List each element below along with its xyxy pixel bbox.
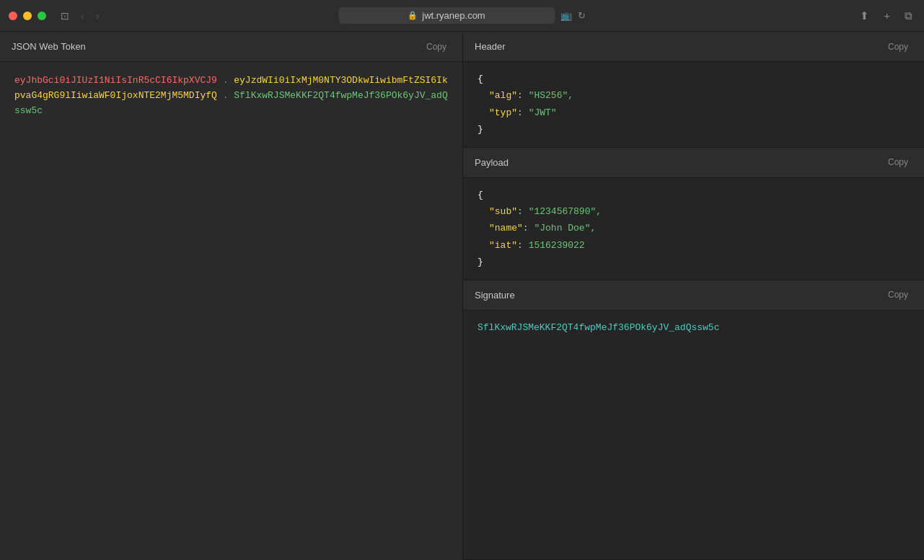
url-display: jwt.ryanep.com <box>422 10 485 21</box>
jwt-panel-title: JSON Web Token <box>12 41 86 52</box>
payload-sub-row: "sub": "1234567890", <box>478 203 910 220</box>
header-section-content: { "alg": "HS256", "typ": "JWT" } <box>463 62 924 147</box>
titlebar: ⊡ ‹ › 🔒 jwt.ryanep.com 📺 ↻ ⬆ + ⧉ <box>0 0 924 32</box>
header-copy-button[interactable]: Copy <box>884 40 912 53</box>
windows-icon[interactable]: ⧉ <box>905 9 912 22</box>
header-alg-key: "alg" <box>489 90 517 101</box>
payload-brace-close: } <box>478 254 910 270</box>
payload-name-key: "name" <box>489 223 523 234</box>
payload-section-title: Payload <box>475 157 509 168</box>
decoded-panel: Header Copy { "alg": "HS256", "typ": "JW… <box>463 32 924 560</box>
jwt-copy-button[interactable]: Copy <box>422 40 451 53</box>
payload-brace-open: { <box>478 187 910 203</box>
sidebar-toggle-icon[interactable]: ⊡ <box>61 10 69 22</box>
close-button[interactable] <box>9 12 17 20</box>
titlebar-right-buttons: ⬆ + ⧉ <box>860 9 912 22</box>
signature-section-header: Signature Copy <box>463 280 924 311</box>
traffic-lights <box>9 12 46 20</box>
jwt-dot-2: . <box>217 90 234 101</box>
payload-section-header: Payload Copy <box>463 148 924 178</box>
header-typ-key: "typ" <box>489 107 517 118</box>
signature-copy-button[interactable]: Copy <box>884 288 912 301</box>
header-typ-value: "JWT" <box>529 107 557 118</box>
jwt-panel: JSON Web Token Copy eyJhbGci0iJIUzI1NiIs… <box>0 32 463 560</box>
airplay-icon[interactable]: 📺 <box>560 10 572 21</box>
signature-section: Signature Copy SflKxwRJSMeKKF2QT4fwpMeJf… <box>463 280 924 560</box>
jwt-token-display: eyJhbGci0iJIUzI1NiIsInR5cCI6IkpXVCJ9 . e… <box>0 62 462 560</box>
signature-value: SflKxwRJSMeKKF2QT4fwpMeJf36POk6yJV_adQss… <box>463 311 924 559</box>
payload-sub-key: "sub" <box>489 206 517 217</box>
jwt-panel-header: JSON Web Token Copy <box>0 32 462 62</box>
payload-section: Payload Copy { "sub": "1234567890", "nam… <box>463 148 924 280</box>
payload-section-content: { "sub": "1234567890", "name": "John Doe… <box>463 178 924 280</box>
header-section: Header Copy { "alg": "HS256", "typ": "JW… <box>463 32 924 148</box>
signature-section-title: Signature <box>475 290 515 301</box>
share-icon[interactable]: ⬆ <box>860 9 869 22</box>
jwt-dot-1: . <box>217 75 234 86</box>
header-brace-open: { <box>478 71 910 87</box>
header-typ-row: "typ": "JWT" <box>478 105 910 121</box>
payload-iat-row: "iat": 1516239022 <box>478 237 910 254</box>
payload-sub-value: "1234567890", <box>529 206 602 217</box>
lock-icon: 🔒 <box>408 11 418 20</box>
address-bar[interactable]: 🔒 jwt.ryanep.com <box>338 7 555 24</box>
header-alg-value: "HS256", <box>529 90 573 101</box>
payload-name-row: "name": "John Doe", <box>478 220 910 236</box>
header-brace-close: } <box>478 121 910 138</box>
jwt-header-part: eyJhbGci0iJIUzI1NiIsInR5cCI6IkpXVCJ9 <box>14 75 217 86</box>
maximize-button[interactable] <box>38 12 46 20</box>
payload-iat-value: 1516239022 <box>529 240 585 251</box>
new-tab-icon[interactable]: + <box>884 9 890 22</box>
nav-buttons: ⊡ ‹ › <box>61 10 99 22</box>
minimize-button[interactable] <box>23 12 32 20</box>
forward-button[interactable]: › <box>96 10 100 22</box>
back-button[interactable]: ‹ <box>81 10 84 22</box>
header-section-title: Header <box>475 41 506 52</box>
payload-name-value: "John Doe", <box>534 223 596 234</box>
payload-copy-button[interactable]: Copy <box>884 156 912 169</box>
reload-icon[interactable]: ↻ <box>578 10 586 21</box>
main-content: JSON Web Token Copy eyJhbGci0iJIUzI1NiIs… <box>0 32 924 560</box>
address-bar-container: 🔒 jwt.ryanep.com 📺 ↻ <box>338 7 586 24</box>
header-alg-row: "alg": "HS256", <box>478 87 910 104</box>
header-section-header: Header Copy <box>463 32 924 62</box>
payload-iat-key: "iat" <box>489 240 517 251</box>
